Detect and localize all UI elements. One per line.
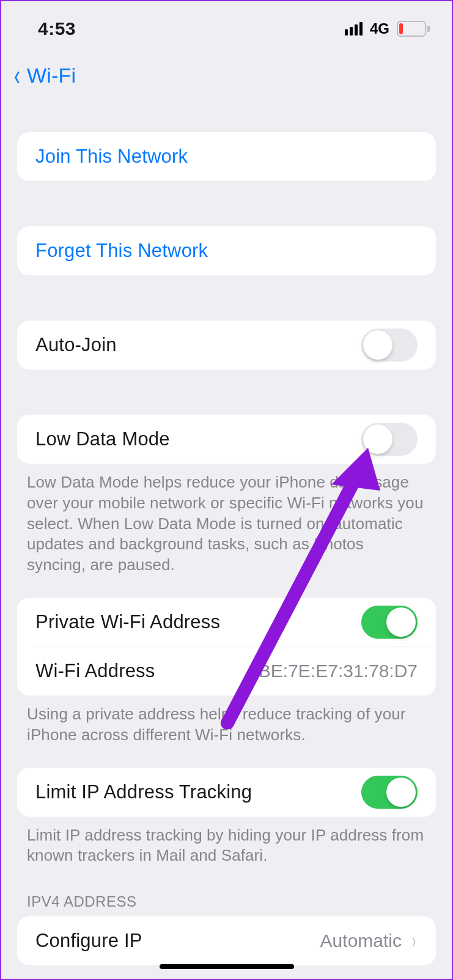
nav-bar: ‹ Wi-Fi <box>1 44 452 88</box>
join-network-label: Join This Network <box>35 146 188 168</box>
ipv4-section-header: IPV4 ADDRESS <box>1 866 452 916</box>
private-address-group: Private Wi-Fi Address Wi-Fi Address BE:7… <box>17 598 436 696</box>
limit-ip-footer: Limit IP address tracking by hiding your… <box>1 817 452 867</box>
back-button[interactable]: Wi-Fi <box>27 64 76 87</box>
home-indicator[interactable] <box>160 964 294 969</box>
auto-join-label: Auto-Join <box>35 334 117 356</box>
status-right: 4G <box>345 20 430 37</box>
join-network-row[interactable]: Join This Network <box>17 132 436 181</box>
limit-ip-toggle[interactable] <box>361 776 418 809</box>
battery-icon <box>397 21 430 37</box>
limit-ip-group: Limit IP Address Tracking <box>17 768 436 817</box>
low-data-footer: Low Data Mode helps reduce your iPhone d… <box>1 464 452 576</box>
low-data-group: Low Data Mode <box>17 415 436 464</box>
low-data-row: Low Data Mode <box>17 415 436 464</box>
forget-network-row[interactable]: Forget This Network <box>17 226 436 275</box>
private-address-toggle[interactable] <box>361 606 418 639</box>
signal-icon <box>345 22 363 35</box>
status-bar: 4:53 4G <box>1 1 452 44</box>
forget-group: Forget This Network <box>17 226 436 275</box>
join-group: Join This Network <box>17 132 436 181</box>
forget-network-label: Forget This Network <box>35 240 208 262</box>
ipv4-group: Configure IP Automatic › <box>17 916 436 965</box>
auto-join-toggle[interactable] <box>361 329 418 362</box>
private-address-footer: Using a private address helps reduce tra… <box>1 696 452 746</box>
wifi-address-row: Wi-Fi Address BE:7E:E7:31:78:D7 <box>17 647 436 696</box>
limit-ip-row: Limit IP Address Tracking <box>17 768 436 817</box>
wifi-address-value: BE:7E:E7:31:78:D7 <box>259 661 418 681</box>
private-address-label: Private Wi-Fi Address <box>35 611 220 633</box>
back-icon[interactable]: ‹ <box>14 61 20 90</box>
configure-ip-value: Automatic <box>320 930 402 951</box>
low-data-toggle[interactable] <box>361 423 418 456</box>
chevron-right-icon: › <box>412 930 416 952</box>
auto-join-row: Auto-Join <box>17 321 436 369</box>
wifi-address-label: Wi-Fi Address <box>35 660 155 682</box>
configure-ip-row[interactable]: Configure IP Automatic › <box>17 916 436 965</box>
network-label: 4G <box>370 20 389 37</box>
auto-join-group: Auto-Join <box>17 321 436 369</box>
private-address-row: Private Wi-Fi Address <box>17 598 436 647</box>
limit-ip-label: Limit IP Address Tracking <box>35 781 252 803</box>
low-data-label: Low Data Mode <box>35 428 170 450</box>
configure-ip-label: Configure IP <box>35 930 142 952</box>
status-time: 4:53 <box>38 18 76 39</box>
